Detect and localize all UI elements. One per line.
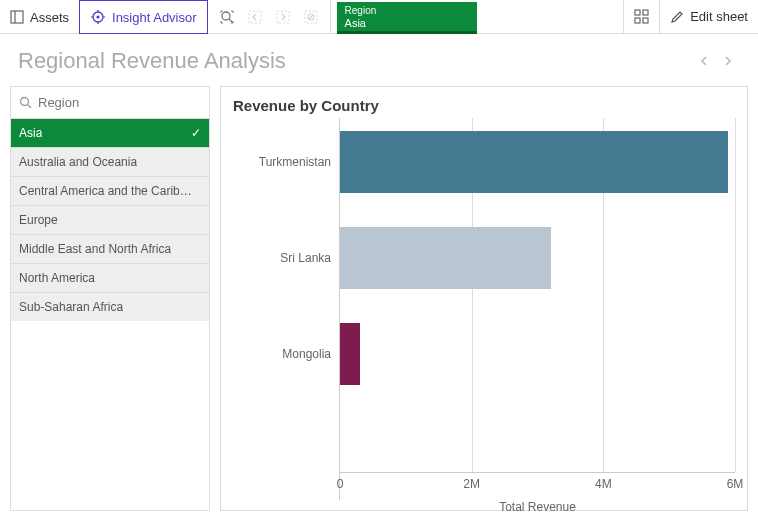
filter-item[interactable]: Middle East and North Africa✓	[11, 234, 209, 263]
svg-point-3	[96, 15, 99, 18]
chart-body[interactable]: TurkmenistanSri LankaMongolia Total Reve…	[233, 118, 735, 500]
filter-item-label: Asia	[19, 126, 42, 140]
x-tick-label: 6M	[727, 477, 744, 491]
insight-advisor-button[interactable]: Insight Advisor	[79, 0, 208, 34]
assets-button[interactable]: Assets	[0, 0, 80, 34]
check-icon: ✓	[191, 126, 201, 140]
edit-sheet-label: Edit sheet	[690, 9, 748, 24]
search-icon	[19, 96, 32, 109]
svg-rect-11	[635, 10, 640, 15]
y-tick-label: Turkmenistan	[231, 155, 331, 169]
svg-rect-14	[643, 18, 648, 23]
insight-label: Insight Advisor	[112, 10, 197, 25]
filter-item[interactable]: Central America and the Carib…✓	[11, 176, 209, 205]
prev-sheet-button[interactable]	[692, 49, 716, 73]
svg-rect-6	[249, 11, 261, 23]
x-axis-title: Total Revenue	[499, 500, 576, 514]
svg-rect-7	[277, 11, 289, 23]
x-tick-label: 4M	[595, 477, 612, 491]
insight-icon	[90, 9, 106, 25]
gridline	[735, 118, 736, 472]
bookmarks-button[interactable]	[623, 0, 659, 34]
page-title: Regional Revenue Analysis	[18, 48, 692, 74]
svg-point-4	[222, 12, 230, 20]
filter-item[interactable]: North America✓	[11, 263, 209, 292]
svg-line-5	[229, 19, 233, 23]
selection-pill-field: Region	[345, 5, 469, 17]
smart-search-icon[interactable]	[216, 6, 238, 28]
toolbar: Assets Insight Advisor Region Asia Edit …	[0, 0, 758, 34]
panel-icon	[10, 10, 24, 24]
filter-item[interactable]: Europe✓	[11, 205, 209, 234]
filter-search[interactable]: Region	[11, 87, 209, 118]
bar[interactable]	[340, 323, 360, 385]
next-sheet-button[interactable]	[716, 49, 740, 73]
filter-panel: Region Asia✓Australia and Oceania✓Centra…	[10, 86, 210, 511]
chevron-left-icon	[698, 55, 710, 67]
y-tick-label: Mongolia	[231, 347, 331, 361]
svg-rect-13	[635, 18, 640, 23]
step-back-icon	[244, 6, 266, 28]
assets-label: Assets	[30, 10, 69, 25]
svg-rect-12	[643, 10, 648, 15]
filter-item-label: Australia and Oceania	[19, 155, 137, 169]
sheet-header: Regional Revenue Analysis	[0, 34, 758, 80]
bar[interactable]	[340, 227, 551, 289]
selection-tools	[208, 0, 331, 33]
filter-item-label: Sub-Saharan Africa	[19, 300, 123, 314]
pencil-icon	[670, 10, 684, 24]
selection-pill-region[interactable]: Region Asia	[337, 2, 477, 32]
filter-item-label: Europe	[19, 213, 58, 227]
y-tick-label: Sri Lanka	[231, 251, 331, 265]
x-tick-label: 2M	[463, 477, 480, 491]
chevron-right-icon	[722, 55, 734, 67]
filter-item[interactable]: Asia✓	[11, 118, 209, 147]
x-tick-label: 0	[337, 477, 344, 491]
clear-selections-icon	[300, 6, 322, 28]
filter-search-label: Region	[38, 95, 79, 110]
svg-point-15	[21, 98, 29, 106]
filter-item-label: North America	[19, 271, 95, 285]
svg-line-16	[28, 105, 32, 109]
edit-sheet-button[interactable]: Edit sheet	[659, 0, 758, 34]
step-forward-icon	[272, 6, 294, 28]
selection-pill-value: Asia	[345, 17, 469, 29]
bar[interactable]	[340, 131, 728, 193]
filter-item-label: Middle East and North Africa	[19, 242, 171, 256]
filter-item-label: Central America and the Carib…	[19, 184, 192, 198]
chart-panel: Revenue by Country TurkmenistanSri Lanka…	[220, 86, 748, 511]
svg-rect-0	[11, 11, 23, 23]
grid-icon	[634, 9, 649, 24]
filter-item[interactable]: Sub-Saharan Africa✓	[11, 292, 209, 321]
filter-item[interactable]: Australia and Oceania✓	[11, 147, 209, 176]
chart-title: Revenue by Country	[233, 97, 735, 114]
filter-list: Asia✓Australia and Oceania✓Central Ameri…	[11, 118, 209, 321]
